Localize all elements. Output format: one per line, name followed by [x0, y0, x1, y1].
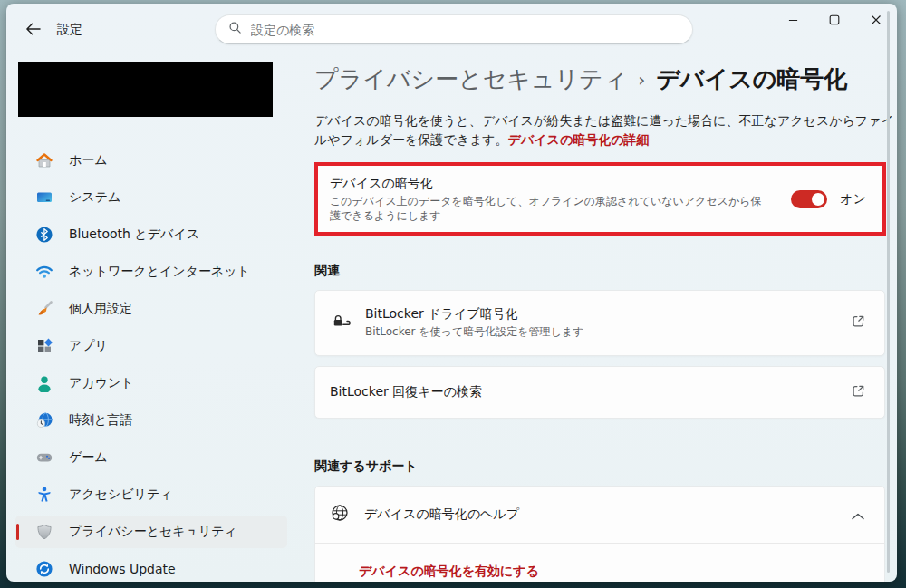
- bitlocker-drive-encryption-card[interactable]: BitLocker ドライブ暗号化 BitLocker を使って暗号化設定を管理…: [314, 290, 885, 356]
- chevron-up-icon: [852, 506, 864, 524]
- sidebar-item-label: システム: [69, 189, 120, 206]
- maximize-icon: [829, 12, 840, 29]
- gaming-icon: [35, 448, 53, 467]
- sidebar-nav: ホーム システム Bluetooth とデバイス ネットワークとインターネット: [15, 144, 287, 582]
- bitlocker-lock-icon: [332, 313, 352, 334]
- sidebar-item-bluetooth-devices[interactable]: Bluetooth とデバイス: [15, 218, 287, 251]
- sidebar-item-accounts[interactable]: アカウント: [15, 367, 287, 400]
- personalization-icon: [35, 300, 53, 318]
- device-encryption-title: デバイスの暗号化: [330, 176, 763, 192]
- main-content: プライバシーとセキュリティ › デバイスの暗号化 デバイスの暗号化を使うと、デバ…: [296, 53, 897, 582]
- help-link-row: デバイスの暗号化を有効にする: [315, 544, 884, 580]
- sidebar-item-time-language[interactable]: 時刻と言語: [15, 404, 287, 437]
- breadcrumb: プライバシーとセキュリティ › デバイスの暗号化: [314, 61, 897, 97]
- accessibility-icon: [35, 486, 53, 504]
- sidebar-item-accessibility[interactable]: アクセシビリティ: [15, 478, 287, 511]
- device-encryption-subtitle: このデバイス上のデータを暗号化して、オフラインの承認されていないアクセスから保護…: [330, 194, 763, 223]
- settings-search-box[interactable]: [215, 14, 693, 44]
- sidebar-item-apps[interactable]: アプリ: [15, 330, 287, 362]
- bitlocker-recovery-key-card[interactable]: BitLocker 回復キーの検索: [314, 366, 885, 419]
- sidebar-item-label: アクセシビリティ: [69, 487, 173, 503]
- help-expander-row[interactable]: デバイスの暗号化のヘルプ: [315, 487, 884, 543]
- bluetooth-icon: [35, 226, 53, 244]
- settings-window: 設定 ホーム システム: [6, 4, 897, 582]
- titlebar: 設定: [6, 4, 897, 53]
- bitlocker-card-title: BitLocker ドライブ暗号化: [365, 306, 583, 323]
- back-button[interactable]: [19, 18, 46, 42]
- support-section-header: 関連するサポート: [314, 458, 897, 475]
- sidebar-item-system[interactable]: システム: [15, 181, 287, 214]
- sidebar-item-network-internet[interactable]: ネットワークとインターネット: [15, 255, 287, 288]
- system-icon: [35, 188, 53, 207]
- account-redacted-block: [18, 62, 273, 117]
- device-encryption-card: デバイスの暗号化 このデバイス上のデータを暗号化して、オフラインの承認されていな…: [318, 166, 882, 232]
- sidebar-item-personalization[interactable]: 個人用設定: [15, 293, 287, 325]
- toggle-zone: オン: [791, 190, 866, 208]
- red-highlight-box: デバイスの暗号化 このデバイス上のデータを暗号化して、オフラインの承認されていな…: [314, 162, 886, 236]
- page-description: デバイスの暗号化を使うと、デバイスが紛失または盗難に遭った場合に、不正なアクセス…: [314, 111, 897, 149]
- sidebar-item-label: アカウント: [69, 375, 134, 391]
- globe-search-icon: [330, 503, 350, 526]
- toggle-knob: [812, 193, 824, 206]
- help-card: デバイスの暗号化のヘルプ デバイスの暗号化を有効にする: [314, 486, 885, 582]
- device-encryption-details-link[interactable]: デバイスの暗号化の詳細: [508, 132, 650, 147]
- home-icon: [35, 151, 53, 169]
- page-title: デバイスの暗号化: [656, 63, 847, 95]
- close-button[interactable]: [855, 4, 897, 36]
- device-encryption-text: デバイスの暗号化 このデバイス上のデータを暗号化して、オフラインの承認されていな…: [330, 176, 763, 223]
- external-link-icon: [851, 383, 866, 402]
- sidebar-item-label: 時刻と言語: [69, 412, 132, 429]
- sidebar-item-label: ゲーム: [69, 449, 108, 466]
- sidebar-item-windows-update[interactable]: Windows Update: [15, 553, 287, 582]
- time-language-icon: [35, 411, 53, 429]
- scrollbar[interactable]: [887, 11, 890, 573]
- selected-accent-bar: [16, 524, 19, 540]
- sidebar-item-label: ネットワークとインターネット: [69, 264, 250, 280]
- maximize-button[interactable]: [814, 4, 855, 36]
- sidebar: ホーム システム Bluetooth とデバイス ネットワークとインターネット: [6, 53, 296, 582]
- close-icon: [871, 12, 882, 29]
- minimize-icon: [788, 12, 798, 29]
- sidebar-item-label: 個人用設定: [69, 301, 132, 317]
- recovery-key-card-title: BitLocker 回復キーの検索: [330, 384, 482, 400]
- toggle-state-label: オン: [840, 191, 866, 207]
- apps-icon: [35, 337, 53, 355]
- sidebar-item-label: プライバシーとセキュリティ: [69, 524, 237, 540]
- sidebar-item-label: ホーム: [69, 152, 108, 169]
- privacy-security-icon: [35, 523, 53, 541]
- sidebar-item-home[interactable]: ホーム: [15, 144, 287, 177]
- enable-device-encryption-link[interactable]: デバイスの暗号化を有効にする: [359, 564, 539, 578]
- device-encryption-toggle[interactable]: [791, 190, 827, 208]
- breadcrumb-parent[interactable]: プライバシーとセキュリティ: [314, 63, 627, 95]
- window-controls: [772, 4, 897, 36]
- search-icon: [228, 21, 242, 38]
- sidebar-item-label: Bluetooth とデバイス: [69, 227, 199, 243]
- windows-update-icon: [35, 560, 53, 578]
- search-input[interactable]: [251, 23, 680, 37]
- network-icon: [35, 263, 53, 281]
- sidebar-item-label: アプリ: [69, 338, 108, 354]
- sidebar-item-privacy-security[interactable]: プライバシーとセキュリティ: [15, 516, 287, 548]
- help-title: デバイスの暗号化のヘルプ: [364, 506, 519, 523]
- sidebar-item-label: Windows Update: [69, 562, 176, 576]
- bitlocker-card-text: BitLocker ドライブ暗号化 BitLocker を使って暗号化設定を管理…: [365, 306, 583, 340]
- breadcrumb-separator-icon: ›: [638, 67, 645, 91]
- app-title: 設定: [57, 22, 82, 38]
- related-section-header: 関連: [314, 263, 897, 279]
- back-arrow-icon: [25, 22, 41, 39]
- accounts-icon: [35, 374, 53, 392]
- minimize-button[interactable]: [772, 4, 814, 36]
- external-link-icon: [851, 313, 866, 333]
- bitlocker-card-subtitle: BitLocker を使って暗号化設定を管理します: [365, 324, 583, 340]
- sidebar-item-gaming[interactable]: ゲーム: [15, 441, 287, 474]
